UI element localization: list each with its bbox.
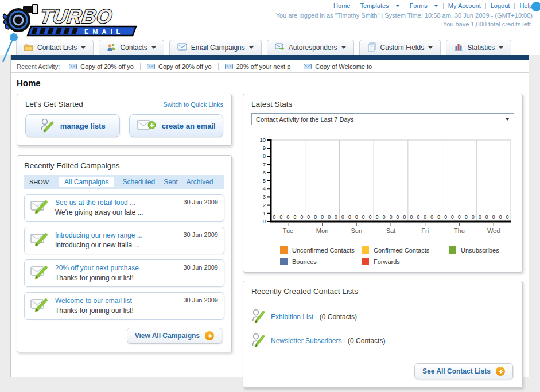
- chevron-down-icon: [151, 46, 156, 49]
- legend-swatch: [280, 258, 288, 265]
- nav-link-logout[interactable]: Logout: [491, 2, 510, 9]
- svg-text:EMAIL: EMAIL: [84, 28, 124, 35]
- tab-contact-lists[interactable]: Contact Lists: [16, 40, 94, 55]
- svg-text:0: 0: [300, 214, 303, 220]
- nav-link-my-account[interactable]: My Account: [448, 2, 481, 9]
- legend-item: Forwards: [362, 258, 449, 265]
- stats-select[interactable]: Contact Activity for the Last 7 Days: [251, 113, 514, 125]
- chevron-down-icon: [505, 118, 510, 121]
- campaign-title-link[interactable]: Introducing our new range ...: [55, 231, 177, 239]
- contact-list-count: - (0 Contacts): [341, 337, 385, 345]
- filter-all-campaigns[interactable]: All Campaigns: [59, 177, 114, 187]
- nav-link-home[interactable]: Home: [333, 2, 350, 9]
- campaign-filter-bar: SHOW: All Campaigns Scheduled Sent Archi…: [24, 175, 224, 189]
- nav-link-help[interactable]: Help: [519, 2, 533, 9]
- chevron-down-icon: [499, 46, 503, 49]
- manage-lists-button[interactable]: manage lists: [25, 114, 120, 137]
- campaign-row[interactable]: Introducing our new range ... Introducin…: [24, 227, 224, 254]
- svg-text:Tue: Tue: [283, 227, 294, 234]
- campaign-title-link[interactable]: Welcome to our email list: [55, 297, 177, 305]
- main-content: Recent Activity: Copy of 20% off yo Copy…: [10, 55, 529, 377]
- filter-sent[interactable]: Sent: [164, 178, 178, 186]
- header: TURBO EMAIL Home Templates Forms My Acc: [0, 0, 540, 55]
- svg-text:Mon: Mon: [316, 227, 328, 234]
- svg-text:0: 0: [273, 214, 276, 220]
- campaign-subtitle: Introducing our new Italia ...: [55, 241, 177, 249]
- campaign-title-link[interactable]: 20% off your next purchase: [55, 264, 177, 272]
- campaign-subtitle: Thanks for joining our list!: [55, 306, 177, 315]
- login-line: You are logged in as "Timothy Smith" | S…: [276, 11, 533, 20]
- tab-label: Custom Fields: [380, 44, 425, 52]
- svg-text:0: 0: [280, 214, 283, 220]
- login-info: You are logged in as "Timothy Smith" | S…: [276, 11, 533, 29]
- button-label: manage lists: [60, 122, 106, 130]
- view-all-campaigns-button[interactable]: View All Campaigns: [127, 328, 222, 344]
- tab-email-campaigns[interactable]: Email Campaigns: [169, 40, 262, 55]
- envelope-icon: [177, 43, 187, 52]
- see-all-contact-lists-button[interactable]: See All Contact Lists: [414, 363, 513, 379]
- svg-text:0: 0: [293, 214, 296, 220]
- svg-text:0: 0: [430, 214, 433, 220]
- help-bubble-icon[interactable]: [531, 2, 540, 11]
- recent-activity-item[interactable]: Copy of 20% off yo: [147, 63, 219, 70]
- contact-list-row[interactable]: Exhibition List - (0 Contacts): [251, 308, 514, 325]
- create-email-button[interactable]: create an email: [129, 114, 224, 137]
- tab-label: Statistics: [467, 44, 495, 52]
- contact-list-link[interactable]: Exhibition List: [271, 313, 313, 321]
- divider: [11, 72, 529, 73]
- campaign-date: 30 Jun 2009: [183, 297, 218, 315]
- recent-activity-label: Recent Activity:: [17, 63, 60, 70]
- legend-swatch: [280, 246, 288, 254]
- nav-link-forms[interactable]: Forms: [410, 2, 438, 9]
- legend-swatch: [362, 258, 369, 265]
- switch-quick-links-link[interactable]: Switch to Quick Links: [163, 101, 223, 108]
- campaign-date: 30 Jun 2009: [183, 264, 218, 282]
- svg-text:0: 0: [410, 214, 413, 220]
- latest-stats-panel: Latest Stats Contact Activity for the La…: [243, 94, 523, 273]
- tab-contacts[interactable]: Contacts: [99, 40, 164, 55]
- svg-text:0: 0: [437, 214, 440, 220]
- legend-swatch: [449, 246, 456, 254]
- svg-text:5: 5: [263, 177, 266, 184]
- envelope-edit-icon: [30, 297, 49, 315]
- svg-text:0: 0: [321, 214, 324, 220]
- tab-autoresponders[interactable]: Autoresponders: [267, 40, 354, 55]
- contact-list-count: - (0 Contacts): [313, 313, 357, 321]
- legend-item: Bounces: [280, 258, 362, 265]
- svg-text:Fri: Fri: [421, 227, 429, 234]
- button-label: create an email: [162, 122, 216, 130]
- envelope-edit-icon: [30, 264, 49, 282]
- contact-list-row[interactable]: Newsletter Subscribers - (0 Contacts): [251, 332, 514, 350]
- svg-text:9: 9: [263, 145, 266, 151]
- campaign-row[interactable]: See us at the retail food ... We're givi…: [24, 194, 224, 222]
- recent-activity-item[interactable]: Copy of 20% off yo: [69, 63, 141, 70]
- svg-text:1: 1: [263, 210, 266, 216]
- chart-legend: Unconfirmed Contacts Confirmed Contacts …: [280, 246, 514, 265]
- campaign-row[interactable]: Welcome to our email list Thanks for joi…: [24, 292, 224, 320]
- svg-text:0: 0: [458, 214, 461, 220]
- chevron-down-icon: [434, 5, 438, 7]
- contact-list-link[interactable]: Newsletter Subscribers: [271, 337, 341, 345]
- nav-link-templates[interactable]: Templates: [360, 2, 399, 9]
- person-edit-icon: [251, 308, 265, 325]
- svg-text:0: 0: [506, 214, 509, 220]
- credits-line: You have 1,000 total credits left.: [276, 20, 533, 29]
- tab-statistics[interactable]: Statistics: [446, 40, 511, 55]
- envelope-icon: [69, 64, 77, 69]
- button-label: View All Campaigns: [135, 332, 200, 340]
- campaign-subtitle: We're giving away our late ...: [55, 208, 177, 216]
- recent-activity-item[interactable]: 20% off your next p: [225, 63, 298, 70]
- campaign-row[interactable]: 20% off your next purchase Thanks for jo…: [24, 259, 224, 287]
- tab-custom-fields[interactable]: Custom Fields: [359, 40, 441, 55]
- recent-activity-item[interactable]: Copy of Welcome to: [304, 63, 378, 70]
- filter-scheduled[interactable]: Scheduled: [122, 178, 155, 186]
- page-title: Home: [17, 78, 529, 88]
- svg-text:0: 0: [328, 214, 331, 220]
- chevron-down-icon: [249, 46, 254, 49]
- campaign-title-link[interactable]: See us at the retail food ...: [55, 199, 177, 207]
- latest-stats-title: Latest Stats: [251, 100, 514, 108]
- envelope-edit-icon: [30, 231, 49, 249]
- svg-text:0: 0: [369, 214, 372, 220]
- envelope-icon: [304, 64, 312, 69]
- filter-archived[interactable]: Archived: [187, 178, 213, 186]
